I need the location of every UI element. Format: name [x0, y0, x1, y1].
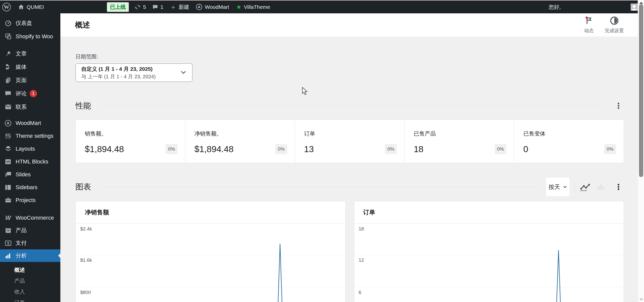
delta-badge: 0% [166, 144, 177, 154]
performance-stats: 销售额。 $1,894.48 0% 净销售额。 $1,894.48 0% 订单 … [75, 120, 624, 163]
villatheme-label: VillaTheme [244, 4, 270, 10]
comments-item[interactable]: 1 [152, 4, 164, 10]
date-range-compare: 与 上一年 (1 月 1 - 4 月 23, 2024) [81, 73, 180, 80]
new-label: 新建 [179, 4, 189, 11]
code-block-icon [4, 158, 12, 165]
sidebar-item-woocommerce[interactable]: W WooCommerce [0, 212, 60, 224]
scrollbar-thumb[interactable] [639, 4, 643, 177]
sidebar-item-layouts[interactable]: Layouts [0, 142, 60, 155]
pushpin-icon [4, 50, 12, 57]
chevron-down-icon [563, 185, 567, 189]
activity-button[interactable]: 动态 [584, 16, 594, 34]
finish-setup-button[interactable]: 完成设置 [605, 16, 624, 34]
svg-text:$: $ [7, 241, 9, 245]
page-title: 概述 [75, 20, 90, 30]
updates-count: 5 [143, 4, 146, 10]
main-content: 日期范围: 自定义 (1 月 1 - 4 月 23, 2025) 与 上一年 (… [60, 37, 638, 302]
performance-menu-kebab-icon[interactable]: ⋮ [613, 102, 624, 110]
new-content-item[interactable]: ＋ 新建 [170, 4, 189, 11]
submenu-item-orders[interactable]: 订单 [0, 297, 60, 302]
analytics-submenu: 概述 产品 收入 订单 [0, 262, 60, 302]
sidebar-item-analytics[interactable]: 分析 [0, 249, 60, 262]
sidebar-item-woodmart[interactable]: WoodMart [0, 117, 60, 129]
divider [98, 106, 603, 106]
sidebar-item-sidebars[interactable]: Sidebars [0, 181, 60, 194]
delta-badge: 0% [495, 144, 506, 154]
sidebar-item-media[interactable]: 媒体 [0, 60, 60, 74]
admin-bar: W QUMEI 已上线 5 1 ＋ 新建 Wo [0, 1, 638, 13]
sidebar-item-posts[interactable]: 文章 [0, 47, 60, 60]
stat-card-net-sales[interactable]: 净销售额。 $1,894.48 0% [185, 120, 295, 163]
dashboard-icon [4, 20, 12, 26]
slides-icon [4, 171, 12, 178]
comments-count-badge: 1 [30, 90, 37, 97]
sliders-icon [4, 133, 12, 139]
media-icon [4, 63, 12, 70]
delta-badge: 0% [385, 144, 397, 154]
sidebar-item-html-blocks[interactable]: HTML Blocks [0, 155, 60, 168]
stat-card-variations-sold[interactable]: 已售变体 0 0% [514, 120, 624, 163]
stat-card-orders[interactable]: 订单 13 0% [295, 120, 405, 163]
woodmart-icon [196, 4, 203, 10]
page-scrollbar[interactable] [638, 0, 644, 302]
half-circle-icon [610, 16, 619, 26]
sidebar-item-shopify-to-woo[interactable]: Shopify to Woo [0, 30, 60, 43]
plus-icon: ＋ [170, 4, 176, 10]
chart-title: 订单 [354, 201, 624, 223]
comments-count: 1 [160, 4, 164, 10]
scroll-up-arrow[interactable] [639, 2, 643, 4]
chevron-down-icon [180, 69, 187, 77]
sidebar-item-comments[interactable]: 评论 1 [0, 87, 60, 100]
avatar[interactable] [631, 4, 638, 11]
sidebar-item-contact[interactable]: 联系 [0, 100, 60, 114]
orders-line [354, 224, 624, 302]
envelope-icon [4, 104, 12, 110]
date-range-dropdown[interactable]: 自定义 (1 月 1 - 4 月 23, 2025) 与 上一年 (1 月 1 … [75, 63, 192, 82]
charts-heading: 图表 [75, 182, 91, 192]
activity-flag-icon [584, 16, 593, 26]
net-sales-line [76, 224, 345, 302]
sidebar-item-payments[interactable]: $ 支付 [0, 237, 60, 249]
sidebar-item-projects[interactable]: Projects [0, 194, 60, 207]
sidebar-item-slides[interactable]: Slides [0, 168, 60, 181]
stat-card-products-sold[interactable]: 已售产品 18 0% [404, 120, 514, 163]
live-status-badge[interactable]: 已上线 [107, 2, 129, 12]
woodmart-circle-icon [4, 120, 12, 127]
performance-heading: 性能 [75, 100, 91, 111]
sidebar-item-theme-settings[interactable]: Theme settings [0, 129, 60, 142]
villatheme-bar-item[interactable]: ★ VillaTheme [236, 4, 270, 11]
submenu-item-overview[interactable]: 概述 [0, 264, 60, 275]
stat-card-total-sales[interactable]: 销售额。 $1,894.48 0% [76, 120, 185, 163]
pages-icon [4, 77, 12, 84]
net-sales-plot[interactable]: $2.4k $1.6k $800 [76, 224, 345, 302]
sidebar-item-pages[interactable]: 页面 [0, 74, 60, 87]
updates-item[interactable]: 5 [134, 4, 146, 10]
wordpress-logo-icon[interactable]: W [2, 3, 11, 11]
delta-badge: 0% [275, 144, 287, 154]
updates-icon [134, 4, 141, 10]
line-chart-toggle-icon[interactable] [580, 183, 590, 191]
charts-menu-kebab-icon[interactable]: ⋮ [613, 183, 624, 191]
page-header: 概述 动态 完成设置 [60, 13, 638, 37]
woodmart-label: WoodMart [205, 4, 229, 10]
submenu-item-products[interactable]: 产品 [0, 275, 60, 286]
comment-icon [152, 4, 158, 10]
date-range-label: 日期范围: [75, 53, 624, 60]
woodmart-bar-item[interactable]: WoodMart [196, 4, 229, 10]
scroll-down-arrow[interactable] [639, 298, 643, 301]
site-link[interactable]: QUMEI [18, 4, 44, 10]
submenu-item-revenue[interactable]: 收入 [0, 286, 60, 297]
woocommerce-icon: W [4, 214, 12, 221]
sidebar-item-dashboard[interactable]: 仪表盘 [0, 16, 60, 30]
bar-chart-toggle-icon[interactable] [596, 183, 606, 191]
interval-selector[interactable]: 按天 [546, 178, 570, 196]
comments-icon [4, 90, 12, 97]
sidebar-item-products[interactable]: 产品 [0, 224, 60, 237]
date-range-primary: 自定义 (1 月 1 - 4 月 23, 2025) [81, 65, 180, 73]
divider [98, 187, 539, 187]
site-name: QUMEI [27, 4, 44, 10]
box-icon [4, 227, 12, 234]
greeting-text[interactable]: 您好, [549, 4, 561, 11]
sidebars-icon [4, 184, 12, 191]
orders-plot[interactable]: 18 12 6 [354, 224, 624, 302]
